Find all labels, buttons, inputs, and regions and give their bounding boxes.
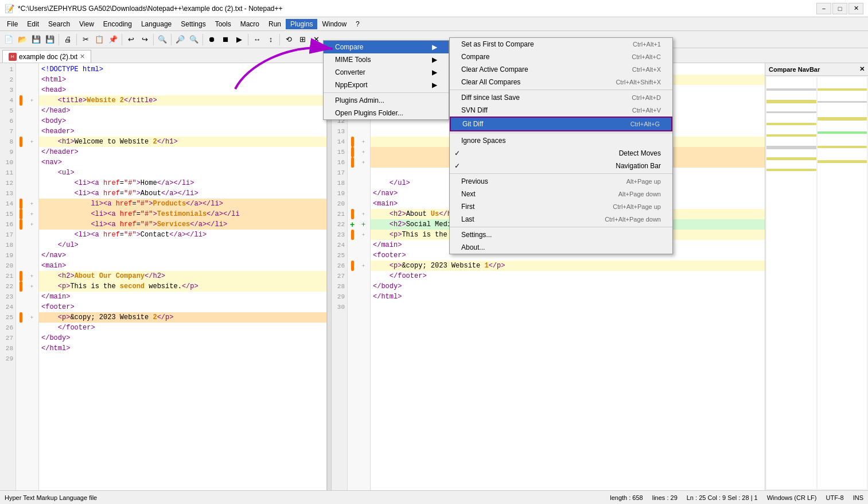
tab-example-doc[interactable]: H example doc (2).txt ✕ (2, 50, 91, 63)
menu-tools[interactable]: Tools (211, 19, 236, 29)
code-line: </footer> (39, 323, 326, 333)
tb-find[interactable]: 🔍 (156, 33, 169, 46)
compare-detect-moves[interactable]: ✓ Detect Moves (450, 147, 672, 160)
code-line: <li><a href="#">Testimonials</a></li (39, 209, 326, 219)
titlebar-controls: − □ ✕ (816, 3, 863, 14)
plugins-menu-admin[interactable]: Plugins Admin... (324, 94, 449, 107)
plugins-menu-nppexport[interactable]: NppExport ▶ (324, 79, 449, 91)
compare-arrow: ▶ (432, 43, 437, 51)
code-line: </nav> (39, 250, 326, 261)
code-line: </footer> (371, 271, 765, 281)
compare-sep-3 (450, 173, 672, 174)
code-line: <p>This is the second website.</p> (39, 281, 326, 292)
menu-file[interactable]: File (2, 19, 22, 29)
compare-navbar-close[interactable]: ✕ (859, 65, 865, 73)
compare-clear-active[interactable]: Clear Active Compare Ctrl+Alt+X (450, 63, 672, 76)
compare-settings[interactable]: Settings... (450, 228, 672, 241)
tb-paste[interactable]: 📌 (107, 33, 119, 46)
tab-close-button[interactable]: ✕ (80, 53, 85, 60)
statusbar-right: length : 658 lines : 29 Ln : 25 Col : 9 … (610, 494, 863, 501)
nav-col-right (818, 77, 867, 489)
statusbar-filetype: Hyper Text Markup Language file (5, 494, 610, 501)
plugins-menu-mimetools[interactable]: MIME Tools ▶ (324, 53, 449, 66)
plugins-menu-converter[interactable]: Converter ▶ (324, 66, 449, 79)
compare-nav-bar[interactable]: ✓ Navigation Bar (450, 160, 672, 172)
tb-sep-7 (248, 34, 248, 45)
menu-view[interactable]: View (75, 19, 99, 29)
tb-undo[interactable]: ↩ (124, 33, 137, 46)
compare-git-diff[interactable]: Git Diff Ctrl+Alt+G (450, 117, 672, 131)
tb-sep-3 (122, 34, 122, 45)
minimize-button[interactable]: − (816, 3, 831, 14)
tb-save[interactable]: 💾 (30, 33, 42, 46)
code-line (39, 354, 326, 364)
tb-macro-stop[interactable]: ⏹ (219, 33, 232, 46)
code-line: <html> (39, 75, 326, 85)
compare-next[interactable]: Next Alt+Page down (450, 188, 672, 200)
tb-zoom-in[interactable]: 🔎 (174, 33, 186, 46)
pane-separator (327, 63, 332, 490)
menu-run[interactable]: Run (264, 19, 286, 29)
statusbar-ins: INS (853, 494, 863, 501)
tb-word-wrap[interactable]: ⟲ (282, 33, 295, 46)
left-diff-indicators (16, 63, 25, 490)
left-editor-content[interactable]: <!DOCTYPE html> <html> <head> <title>Web… (39, 63, 326, 490)
compare-previous[interactable]: Previous Alt+Page up (450, 175, 672, 188)
compare-clear-all[interactable]: Clear All Compares Ctrl+Alt+Shift+X (450, 76, 672, 88)
code-line: <li><a href="#">About</a></li> (39, 188, 326, 199)
left-diff-markers: + + + + + + + + (25, 63, 39, 490)
compare-set-first[interactable]: Set as First to Compare Ctrl+Alt+1 (450, 38, 672, 51)
close-button[interactable]: ✕ (848, 3, 863, 14)
compare-about[interactable]: About... (450, 241, 672, 254)
compare-last[interactable]: Last Ctrl+Alt+Page down (450, 213, 672, 226)
plugins-menu-folder[interactable]: Open Plugins Folder... (324, 107, 449, 119)
code-line: </head> (39, 106, 326, 116)
maximize-button[interactable]: □ (832, 3, 847, 14)
code-line (371, 302, 765, 312)
menu-plugins[interactable]: Plugins (286, 19, 317, 29)
menu-language[interactable]: Language (137, 19, 176, 29)
code-line: </html> (39, 343, 326, 354)
menu-help[interactable]: ? (351, 19, 364, 29)
tb-indent[interactable]: ⊞ (296, 33, 309, 46)
menu-edit[interactable]: Edit (22, 19, 44, 29)
compare-compare[interactable]: Compare Ctrl+Alt+C (450, 51, 672, 63)
tb-open[interactable]: 📂 (16, 33, 29, 46)
tb-sep-6 (203, 34, 203, 45)
tb-saveall[interactable]: 💾 (44, 33, 56, 46)
menu-settings[interactable]: Settings (176, 19, 210, 29)
menu-window[interactable]: Window (317, 19, 351, 29)
tb-copy[interactable]: 📋 (93, 33, 106, 46)
tb-cut[interactable]: ✂ (79, 33, 92, 46)
tb-macro-play[interactable]: ▶ (233, 33, 246, 46)
tb-sync-v[interactable]: ↕ (264, 33, 277, 46)
menu-search[interactable]: Search (44, 19, 75, 29)
compare-first[interactable]: First Ctrl+Alt+Page up (450, 200, 672, 213)
code-line: <main> (39, 261, 326, 271)
tb-sep-2 (76, 34, 77, 45)
compare-svn-diff[interactable]: SVN Diff Ctrl+Alt+V (450, 104, 672, 117)
code-line: <li><a href="#">Contact</a></li> (39, 230, 326, 240)
code-line: </main> (39, 292, 326, 302)
compare-diff-save[interactable]: Diff since last Save Ctrl+Alt+D (450, 91, 672, 104)
compare-sep-1 (450, 90, 672, 90)
tb-close-x[interactable]: ✕ (310, 33, 322, 46)
tb-sync-h[interactable]: ↔ (251, 33, 263, 46)
tb-new[interactable]: 📄 (2, 33, 15, 46)
menu-macro[interactable]: Macro (236, 19, 264, 29)
tb-redo[interactable]: ↪ (138, 33, 151, 46)
left-editor-pane[interactable]: 12345 678910 1112131415 1617181920 21222… (0, 63, 327, 490)
tb-print[interactable]: 🖨 (61, 33, 74, 46)
tab-icon: H (9, 53, 17, 61)
compare-ignore-spaces[interactable]: Ignore Spaces (450, 134, 672, 147)
code-line: <ul> (39, 168, 326, 178)
code-line: <footer> (39, 302, 326, 312)
plugins-menu-compare[interactable]: Compare ▶ (324, 41, 449, 53)
code-line: <header> (39, 126, 326, 137)
compare-navbar-header: Compare NavBar ✕ (765, 63, 868, 76)
tb-zoom-out[interactable]: 🔍 (188, 33, 200, 46)
tb-sep-5 (171, 34, 172, 45)
menu-encoding[interactable]: Encoding (99, 19, 137, 29)
code-line: <p>&copy; 2023 Website 1</p> (371, 261, 765, 271)
tb-macro-rec[interactable]: ⏺ (205, 33, 218, 46)
